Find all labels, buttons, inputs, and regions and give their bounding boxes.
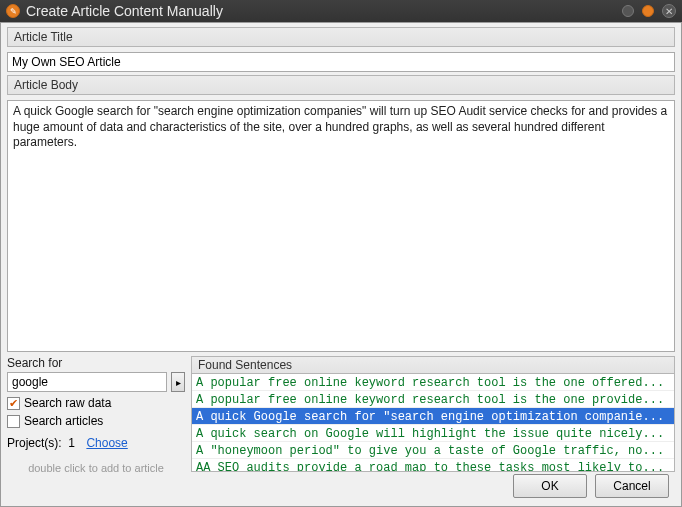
maximize-button[interactable]: [642, 5, 654, 17]
projects-label: Project(s):: [7, 436, 62, 450]
ok-button[interactable]: OK: [513, 474, 587, 498]
search-for-label: Search for: [7, 356, 185, 370]
projects-count: 1: [68, 436, 75, 450]
window-title: Create Article Content Manually: [26, 3, 622, 19]
projects-row: Project(s): 1 Choose: [7, 436, 185, 450]
found-sentences-list[interactable]: A popular free online keyword research t…: [191, 374, 675, 472]
choose-projects-link[interactable]: Choose: [86, 436, 127, 450]
found-sentences-header: Found Sentences: [191, 356, 675, 374]
search-panel: Search for ▸ ✔ Search raw data Search ar…: [7, 356, 185, 472]
article-body-textarea[interactable]: A quick Google search for "search engine…: [7, 100, 675, 352]
search-articles-checkbox[interactable]: Search articles: [7, 414, 185, 428]
search-go-button[interactable]: ▸: [171, 372, 185, 392]
found-sentence[interactable]: A "honeymoon period" to give you a taste…: [192, 442, 674, 459]
found-sentence[interactable]: A popular free online keyword research t…: [192, 391, 674, 408]
search-raw-data-label: Search raw data: [24, 396, 111, 410]
article-body-label: Article Body: [7, 75, 675, 95]
check-icon: ✔: [9, 398, 18, 409]
app-icon: ✎: [6, 4, 20, 18]
article-title-input[interactable]: [7, 52, 675, 72]
article-title-label: Article Title: [7, 27, 675, 47]
cancel-button[interactable]: Cancel: [595, 474, 669, 498]
found-sentence[interactable]: AA SEO audits provide a road map to thes…: [192, 459, 674, 472]
search-input[interactable]: [7, 372, 167, 392]
dialog-content: Article Title Article Body A quick Googl…: [0, 22, 682, 507]
found-panel: Found Sentences A popular free online ke…: [191, 356, 675, 472]
add-hint: double click to add to article: [7, 462, 185, 474]
found-sentence[interactable]: A quick search on Google will highlight …: [192, 425, 674, 442]
found-sentence[interactable]: A popular free online keyword research t…: [192, 374, 674, 391]
search-articles-label: Search articles: [24, 414, 103, 428]
found-sentence[interactable]: A quick Google search for "search engine…: [192, 408, 674, 425]
close-button[interactable]: ✕: [662, 4, 676, 18]
minimize-button[interactable]: [622, 5, 634, 17]
titlebar: ✎ Create Article Content Manually ✕: [0, 0, 682, 22]
search-raw-data-checkbox[interactable]: ✔ Search raw data: [7, 396, 185, 410]
